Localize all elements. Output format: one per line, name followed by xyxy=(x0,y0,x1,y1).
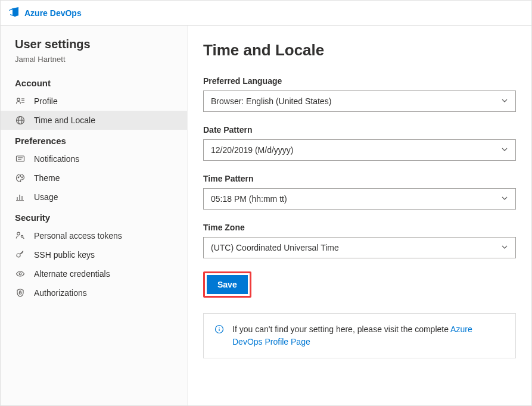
bar-chart-icon xyxy=(15,192,26,202)
sidebar-item-authorizations[interactable]: Authorizations xyxy=(1,283,187,302)
sidebar-title: User settings xyxy=(1,38,187,55)
callout-body: If you can't find your setting here, ple… xyxy=(232,323,505,348)
chevron-down-icon xyxy=(501,194,508,204)
svg-point-10 xyxy=(18,177,19,178)
page-title: Time and Locale xyxy=(203,41,516,60)
select-value: 05:18 PM (hh:mm tt) xyxy=(211,194,287,204)
chevron-down-icon xyxy=(501,145,508,155)
sidebar-item-profile[interactable]: Profile xyxy=(1,92,187,111)
sidebar-item-label: Alternate credentials xyxy=(34,269,110,279)
sidebar-item-pat[interactable]: Personal access tokens xyxy=(1,226,187,245)
svg-rect-7 xyxy=(17,156,24,161)
save-highlight: Save xyxy=(203,271,251,298)
sidebar-item-label: Personal access tokens xyxy=(34,231,122,241)
svg-point-17 xyxy=(17,232,20,235)
person-key-icon xyxy=(15,230,26,241)
sidebar-item-label: Theme xyxy=(34,173,60,183)
svg-point-11 xyxy=(20,176,21,177)
svg-point-20 xyxy=(19,273,21,275)
globe-icon xyxy=(15,115,26,126)
sidebar-subtitle: Jamal Hartnett xyxy=(1,55,187,72)
sidebar-item-label: SSH public keys xyxy=(34,250,95,260)
palette-icon xyxy=(15,173,26,183)
svg-rect-21 xyxy=(19,292,21,294)
callout-prefix: If you can't find your setting here, ple… xyxy=(232,324,450,334)
sidebar-item-label: Profile xyxy=(34,96,58,106)
select-value: (UTC) Coordinated Universal Time xyxy=(211,243,339,252)
sidebar-item-label: Notifications xyxy=(34,154,79,164)
svg-point-19 xyxy=(17,254,20,257)
select-preferred-language[interactable]: Browser: English (United States) xyxy=(203,90,516,112)
brand-label: Azure DevOps xyxy=(24,8,82,18)
chevron-down-icon xyxy=(501,243,508,252)
sidebar-item-label: Time and Locale xyxy=(34,115,95,125)
info-icon xyxy=(214,324,224,348)
field-label-language: Preferred Language xyxy=(203,76,516,86)
section-heading-preferences: Preferences xyxy=(1,130,187,149)
sidebar-item-label: Usage xyxy=(34,192,58,202)
section-heading-security: Security xyxy=(1,207,187,226)
select-value: Browser: English (United States) xyxy=(211,96,331,106)
sidebar-item-time-locale[interactable]: Time and Locale xyxy=(1,111,187,130)
chevron-down-icon xyxy=(501,96,508,106)
brand[interactable]: Azure DevOps xyxy=(8,6,82,20)
sidebar: User settings Jamal Hartnett Account Pro… xyxy=(1,26,188,405)
sidebar-item-label: Authorizations xyxy=(34,288,87,298)
sidebar-item-theme[interactable]: Theme xyxy=(1,168,187,188)
select-value: 12/20/2019 (M/d/yyyy) xyxy=(211,145,294,155)
shield-lock-icon xyxy=(15,288,26,298)
main-panel: Time and Locale Preferred Language Brows… xyxy=(188,26,531,405)
svg-point-24 xyxy=(219,327,219,327)
sidebar-item-usage[interactable]: Usage xyxy=(1,188,187,207)
svg-point-12 xyxy=(21,177,23,178)
sidebar-item-alt-credentials[interactable]: Alternate credentials xyxy=(1,264,187,283)
select-date-pattern[interactable]: 12/20/2019 (M/d/yyyy) xyxy=(203,139,516,161)
azure-devops-logo-icon xyxy=(8,6,20,20)
info-callout: If you can't find your setting here, ple… xyxy=(203,313,516,358)
section-heading-account: Account xyxy=(1,72,187,92)
sidebar-item-ssh[interactable]: SSH public keys xyxy=(1,245,187,264)
select-time-zone[interactable]: (UTC) Coordinated Universal Time xyxy=(203,237,516,258)
field-label-time-zone: Time Zone xyxy=(203,223,516,232)
message-icon xyxy=(15,154,26,164)
select-time-pattern[interactable]: 05:18 PM (hh:mm tt) xyxy=(203,188,516,210)
key-icon xyxy=(15,249,26,260)
field-label-time-pattern: Time Pattern xyxy=(203,174,516,183)
svg-point-0 xyxy=(17,98,20,101)
eye-lock-icon xyxy=(15,268,26,279)
sidebar-item-notifications[interactable]: Notifications xyxy=(1,149,187,168)
save-button[interactable]: Save xyxy=(207,275,248,294)
topbar: Azure DevOps xyxy=(1,1,531,26)
field-label-date-pattern: Date Pattern xyxy=(203,125,516,135)
profile-icon xyxy=(15,96,26,107)
